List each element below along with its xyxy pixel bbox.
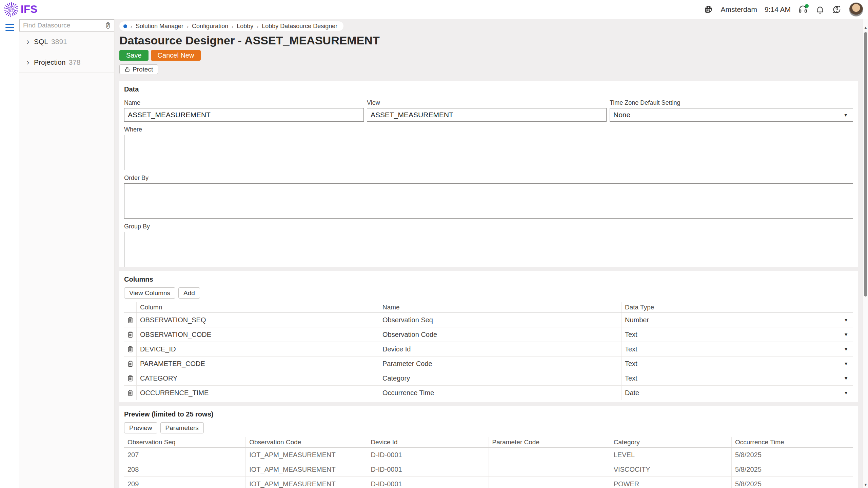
preview-row[interactable]: 208 IOT_APM_MEASUREMENT D-ID-0001 VISCOC… <box>124 462 853 477</box>
where-textarea[interactable] <box>124 135 853 170</box>
name-cell[interactable]: Category <box>379 371 621 385</box>
view-field[interactable] <box>367 108 607 122</box>
data-type-value: Text <box>625 331 637 339</box>
delete-row-icon[interactable] <box>126 360 134 368</box>
chevron-down-icon: ▼ <box>843 112 848 118</box>
name-cell[interactable]: Parameter Code <box>379 357 621 371</box>
data-type-select[interactable]: Number▼ <box>621 313 853 327</box>
protect-label: Protect <box>133 66 153 73</box>
breadcrumb-separator: › <box>131 23 132 29</box>
preview-section: Preview (limited to 25 rows) Preview Par… <box>119 406 858 488</box>
breadcrumb-item-configuration[interactable]: Configuration <box>192 23 228 30</box>
parameter-code-cell <box>489 448 610 462</box>
sidebar-search-row: ? ✕ <box>19 19 114 32</box>
columns-section: Columns View Columns Add Column Name Dat… <box>119 271 858 402</box>
notifications-bell-icon[interactable] <box>815 5 825 14</box>
column-cell[interactable]: CATEGORY <box>136 371 379 385</box>
breadcrumb-separator: › <box>187 23 189 29</box>
data-type-select[interactable]: Text▼ <box>621 371 853 385</box>
sidebar-item-count: 378 <box>68 58 80 66</box>
name-cell[interactable]: Occurrence Time <box>379 386 621 400</box>
name-header: Name <box>379 302 621 312</box>
help-assistant-icon[interactable] <box>832 5 842 14</box>
view-columns-button[interactable]: View Columns <box>124 287 175 299</box>
scroll-down-arrow-icon[interactable]: ▼ <box>864 483 868 487</box>
data-type-select[interactable]: Text▼ <box>621 357 853 371</box>
add-column-button[interactable]: Add <box>178 287 200 299</box>
column-cell[interactable]: OBSERVATION_SEQ <box>136 313 379 327</box>
ifs-logo-text: IFS <box>21 3 38 16</box>
data-type-select[interactable]: Text▼ <box>621 342 853 356</box>
timezone-city[interactable]: Amsterdam <box>721 5 757 14</box>
data-type-value: Text <box>625 345 637 353</box>
online-status-dot <box>805 4 809 8</box>
delete-row-icon[interactable] <box>126 316 134 324</box>
column-cell[interactable]: PARAMETER_CODE <box>136 357 379 371</box>
support-headset-icon[interactable] <box>798 5 808 14</box>
delete-row-icon[interactable] <box>126 345 134 353</box>
chevron-down-icon: ▼ <box>844 346 848 352</box>
breadcrumb-item-lobby[interactable]: Lobby <box>237 23 253 30</box>
delete-row-icon[interactable] <box>126 389 134 397</box>
column-row: DEVICE_ID Device Id Text▼ <box>124 342 853 357</box>
sidebar-item-projection[interactable]: › Projection 378 <box>19 52 114 73</box>
save-button[interactable]: Save <box>119 50 149 61</box>
left-icon-strip <box>0 19 19 488</box>
order-by-label: Order By <box>124 175 853 182</box>
scrollbar-thumb[interactable] <box>864 32 867 297</box>
group-by-label: Group By <box>124 223 853 230</box>
columns-table: Column Name Data Type OBSERVATION_SEQ Ob… <box>124 302 853 400</box>
observation-seq-cell: 209 <box>124 477 245 488</box>
observation-code-cell: IOT_APM_MEASUREMENT <box>245 462 367 476</box>
device-id-cell: D-ID-0001 <box>367 448 488 462</box>
find-datasource-input[interactable] <box>23 22 106 29</box>
observation-seq-cell: 208 <box>124 462 245 476</box>
menu-hamburger-icon[interactable] <box>5 24 14 31</box>
data-type-value: Text <box>625 360 637 368</box>
parameters-button[interactable]: Parameters <box>160 422 204 433</box>
datasource-sidebar: ? ✕ › SQL 3891 › Projection 378 <box>19 19 115 488</box>
timezone-default-setting-select[interactable]: None ▼ <box>610 108 853 122</box>
column-cell[interactable]: OBSERVATION_CODE <box>136 327 379 342</box>
ifs-logo[interactable]: IFS <box>4 2 38 17</box>
delete-row-icon[interactable] <box>126 374 134 382</box>
protect-button[interactable]: Protect <box>119 64 158 74</box>
occurrence-time-cell: 5/8/2025 <box>731 477 853 488</box>
search-help-icon[interactable]: ? <box>106 22 110 29</box>
column-cell[interactable]: DEVICE_ID <box>136 342 379 356</box>
preview-row[interactable]: 207 IOT_APM_MEASUREMENT D-ID-0001 LEVEL … <box>124 448 853 462</box>
observation-code-cell: IOT_APM_MEASUREMENT <box>245 448 367 462</box>
data-type-select[interactable]: Text▼ <box>621 327 853 342</box>
data-section: Data Name View Time Zone Default Setting… <box>119 81 858 267</box>
timezone-default-setting-label: Time Zone Default Setting <box>610 99 853 107</box>
breadcrumb-home-dot[interactable] <box>123 24 127 28</box>
group-by-textarea[interactable] <box>124 232 853 267</box>
name-cell[interactable]: Observation Seq <box>379 313 621 327</box>
user-avatar[interactable] <box>849 2 863 17</box>
command-toolbar: Save Cancel New <box>119 50 858 61</box>
parameter-code-cell <box>489 477 610 488</box>
chevron-down-icon: ▼ <box>844 317 848 323</box>
timezone-globe-icon[interactable] <box>704 5 713 14</box>
vertical-scrollbar[interactable]: ▲ ▼ <box>863 19 868 488</box>
name-field[interactable] <box>124 108 364 122</box>
chevron-down-icon: ▼ <box>844 332 848 337</box>
parameter-code-cell <box>489 462 610 476</box>
data-type-select[interactable]: Date▼ <box>621 386 853 400</box>
name-cell[interactable]: Device Id <box>379 342 621 356</box>
order-by-textarea[interactable] <box>124 183 853 219</box>
breadcrumb-item-solution-manager[interactable]: Solution Manager <box>136 23 183 30</box>
chevron-right-icon: › <box>27 58 29 67</box>
preview-row[interactable]: 209 IOT_APM_MEASUREMENT D-ID-0001 POWER … <box>124 477 853 488</box>
sidebar-item-sql[interactable]: › SQL 3891 <box>19 32 114 52</box>
breadcrumb-item-lobby-datasource-designer[interactable]: Lobby Datasource Designer <box>262 23 337 30</box>
preview-button[interactable]: Preview <box>124 422 157 433</box>
category-header: Category <box>610 437 731 447</box>
column-cell[interactable]: OCCURRENCE_TIME <box>136 386 379 400</box>
name-cell[interactable]: Observation Code <box>379 327 621 342</box>
delete-row-icon[interactable] <box>126 330 134 339</box>
device-id-header: Device Id <box>367 437 488 447</box>
scroll-up-arrow-icon[interactable]: ▲ <box>864 25 868 29</box>
columns-table-header: Column Name Data Type <box>124 302 853 313</box>
cancel-new-button[interactable]: Cancel New <box>151 50 201 61</box>
